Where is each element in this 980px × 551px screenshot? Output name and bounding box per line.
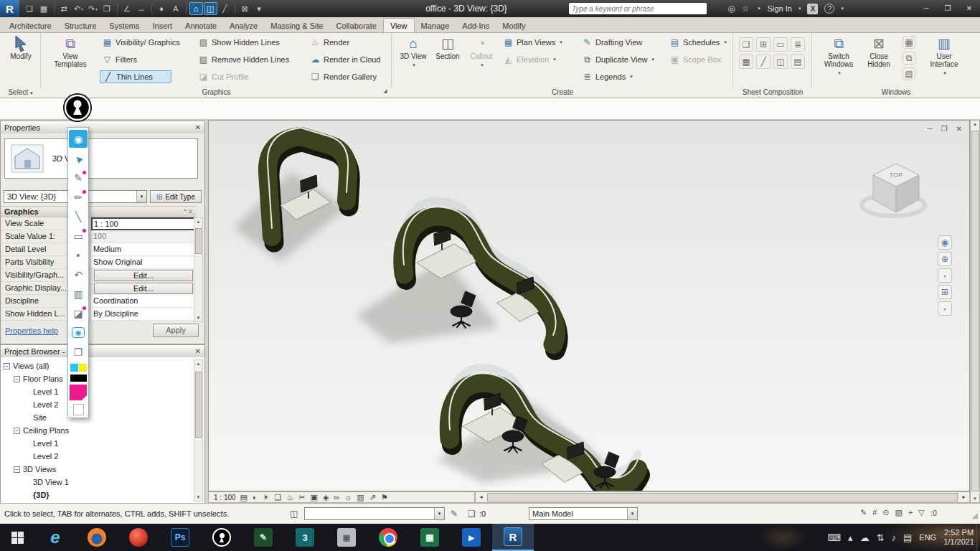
- notification-icon[interactable]: ▤: [903, 532, 912, 543]
- 3d-view-button[interactable]: ⌂ 3D View▾: [397, 34, 429, 69]
- sun-path-icon[interactable]: ☀: [263, 493, 270, 502]
- open-icon[interactable]: ❏: [23, 2, 37, 15]
- close-inactive-windows-icon[interactable]: ⊠: [238, 2, 252, 15]
- duplicate-view-button[interactable]: ⧉Duplicate View▾: [580, 53, 664, 66]
- project-browser-close-icon[interactable]: ✕: [195, 347, 201, 355]
- editable-only-toggle-icon[interactable]: ✎: [451, 509, 458, 519]
- browser-scrollbar[interactable]: ▲ ▼: [194, 359, 203, 501]
- rectangle-tool[interactable]: ▭: [69, 227, 88, 245]
- taskbar-capture-tool-icon[interactable]: [201, 524, 242, 551]
- editable-only-icon[interactable]: ✎: [860, 508, 867, 517]
- tree-item[interactable]: − Ceiling Plans: [1, 424, 193, 437]
- scroll-down-icon[interactable]: ▼: [971, 496, 979, 501]
- property-value[interactable]: Edit...: [94, 270, 193, 281]
- hide-isolate-icon[interactable]: ∞: [334, 493, 339, 501]
- taskbar-photoshop-icon[interactable]: Ps: [159, 524, 201, 551]
- project-browser-header[interactable]: Project Browser - office ✕: [1, 345, 204, 357]
- apply-button[interactable]: Apply: [153, 324, 199, 337]
- property-value[interactable]: Coordination: [91, 295, 196, 308]
- tree-expander-icon[interactable]: −: [14, 466, 20, 473]
- trash-tool[interactable]: ▥: [69, 285, 88, 303]
- filter-icon[interactable]: ▽: [918, 508, 924, 517]
- temporary-view-properties-icon[interactable]: ▥: [357, 493, 364, 502]
- tree-expander-icon[interactable]: −: [4, 363, 10, 369]
- tree-item[interactable]: − Views (all): [1, 359, 193, 372]
- taskbar-revit-icon[interactable]: R: [492, 524, 534, 551]
- language-indicator[interactable]: ENG: [919, 533, 936, 542]
- search-icon[interactable]: ◎: [727, 4, 735, 14]
- undo-tool[interactable]: ↶: [69, 265, 88, 283]
- cascade-windows-icon[interactable]: ⧉: [903, 52, 915, 65]
- design-option-combo[interactable]: Main Model▼: [529, 507, 638, 520]
- taskbar-explorer-icon[interactable]: ▣: [326, 524, 367, 551]
- property-value[interactable]: By Discipline: [91, 308, 196, 321]
- view-reference-icon[interactable]: ◫: [773, 55, 788, 69]
- tree-item[interactable]: Level 1: [1, 385, 193, 398]
- title-block-icon[interactable]: ▭: [773, 37, 788, 52]
- visual-style-icon[interactable]: ◐: [253, 493, 258, 501]
- volume-icon[interactable]: ♪: [892, 532, 897, 543]
- dot-tool[interactable]: •: [69, 246, 88, 264]
- properties-scrollbar[interactable]: ▲ ▼: [194, 217, 203, 322]
- navigation-wheel-icon[interactable]: ◉: [938, 235, 952, 250]
- text-icon[interactable]: A: [169, 2, 183, 15]
- detail-level-icon[interactable]: ▤: [240, 493, 248, 502]
- tag-icon[interactable]: ♦: [155, 2, 169, 15]
- copy-tool[interactable]: ❐: [69, 343, 88, 361]
- active-workset-combo[interactable]: ▼: [304, 507, 445, 520]
- crop-view-icon[interactable]: ✂: [298, 493, 305, 502]
- scroll-up-icon[interactable]: ▲: [194, 220, 202, 224]
- property-value[interactable]: 100: [91, 230, 196, 243]
- view-cube-top-label[interactable]: TOP: [890, 171, 903, 179]
- select-by-face-icon[interactable]: ▧: [895, 508, 903, 517]
- select-panel-label[interactable]: Select ▾: [0, 88, 41, 96]
- render-button[interactable]: ♨Render: [308, 36, 388, 49]
- sign-in-caret-icon[interactable]: ▾: [798, 6, 801, 11]
- taskbar-opera-icon[interactable]: [118, 524, 159, 551]
- scroll-down-icon[interactable]: ▼: [194, 495, 202, 499]
- help-icon[interactable]: ?: [824, 4, 834, 14]
- worksets-icon[interactable]: ◫: [290, 509, 298, 519]
- tree-item[interactable]: Level 1: [1, 437, 193, 450]
- view-cube[interactable]: TOP: [860, 154, 932, 224]
- ribbon-tab[interactable]: Architecture: [3, 19, 58, 32]
- pen-tool[interactable]: ✏: [69, 188, 88, 206]
- section-icon[interactable]: ◫: [204, 2, 217, 15]
- ribbon-tab[interactable]: Structure: [58, 19, 103, 32]
- sync-with-central-icon[interactable]: ⇄: [57, 2, 71, 15]
- cyan-swatch[interactable]: [70, 364, 78, 372]
- render-in-cloud-button[interactable]: ☁Render in Cloud: [308, 53, 388, 66]
- ribbon-tab[interactable]: Insert: [146, 19, 179, 32]
- ribbon-tab[interactable]: Collaborate: [330, 19, 383, 32]
- filter-count[interactable]: :0: [930, 509, 937, 517]
- eraser-tool[interactable]: ◪: [69, 304, 88, 322]
- instance-selector-caret-icon[interactable]: ▼: [136, 191, 146, 202]
- view-restore-icon[interactable]: ❐: [941, 125, 948, 133]
- ribbon-tab[interactable]: Add-Ins: [456, 19, 496, 32]
- plan-views-button[interactable]: ▦Plan Views▾: [501, 36, 575, 49]
- zoom-options-caret[interactable]: ▾: [938, 268, 952, 283]
- design-option-caret-icon[interactable]: ▼: [627, 508, 637, 519]
- property-value[interactable]: 1 : 100: [91, 217, 196, 230]
- show-crop-icon[interactable]: ▣: [311, 493, 318, 502]
- design-options-icon[interactable]: ❑: [468, 509, 476, 519]
- thin-lines-icon[interactable]: ╱: [218, 2, 232, 15]
- taskbar-clock[interactable]: 2:52 PM 1/1/2021: [943, 528, 974, 547]
- viewports-icon[interactable]: ▤: [791, 55, 805, 69]
- taskbar-ie-icon[interactable]: e: [34, 524, 76, 551]
- taskbar-excel-icon[interactable]: ▦: [409, 524, 451, 551]
- marker-tool[interactable]: ✎: [69, 169, 88, 187]
- tree-item[interactable]: Level 2: [1, 450, 193, 463]
- show-desktop-button[interactable]: [976, 524, 980, 551]
- tree-item[interactable]: Level 2: [1, 398, 193, 411]
- camera-tool[interactable]: ◉: [69, 324, 88, 342]
- matchline-icon[interactable]: ╱: [756, 55, 771, 69]
- aligned-dimension-icon[interactable]: ↔: [135, 2, 149, 15]
- scroll-thumb[interactable]: [971, 131, 979, 491]
- view-templates-button[interactable]: ⧉ View Templates: [50, 34, 91, 68]
- view-tool-eye[interactable]: ◉: [69, 130, 88, 148]
- graphics-dialog-launcher-icon[interactable]: ◢: [380, 88, 390, 94]
- cut-profile-button[interactable]: ◪Cut Profile: [196, 70, 303, 83]
- scroll-thumb[interactable]: [195, 228, 202, 254]
- tile-windows-icon[interactable]: ▦: [903, 36, 915, 49]
